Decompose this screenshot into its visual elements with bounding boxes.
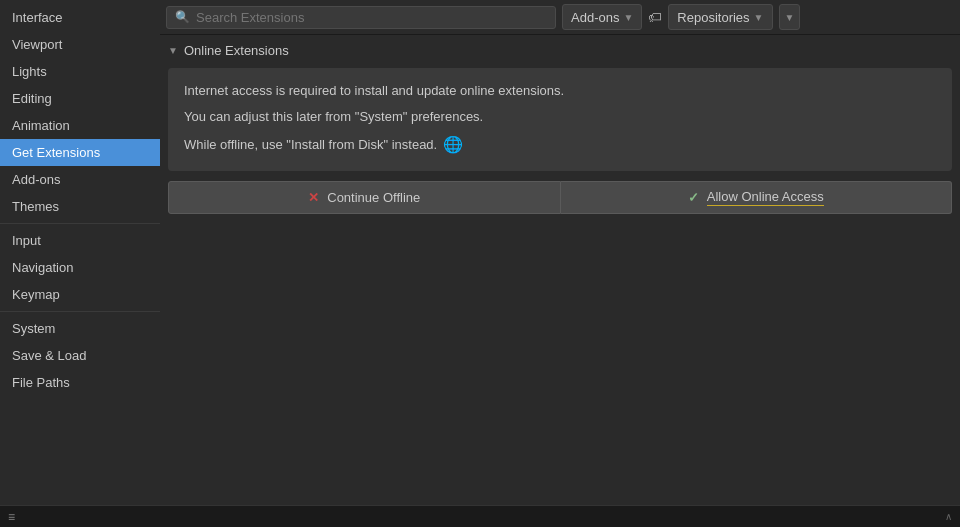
section-collapse-arrow: ▼	[168, 45, 178, 56]
sidebar-item-themes[interactable]: Themes	[0, 193, 160, 220]
repositories-dropdown-label: Repositories	[677, 10, 749, 25]
more-dropdown-arrow: ▼	[785, 12, 795, 23]
sidebar-separator-1	[0, 223, 160, 224]
sidebar-item-viewport[interactable]: Viewport	[0, 31, 160, 58]
addons-dropdown-label: Add-ons	[571, 10, 619, 25]
sidebar-item-editing[interactable]: Editing	[0, 85, 160, 112]
menu-icon[interactable]: ≡	[8, 510, 15, 524]
section-title: Online Extensions	[184, 43, 289, 58]
sidebar-item-interface[interactable]: Interface	[0, 4, 160, 31]
main-content: 🔍 Add-ons ▼ 🏷 Repositories ▼ ▼ ▼ Online …	[160, 0, 960, 527]
sidebar-item-lights[interactable]: Lights	[0, 58, 160, 85]
action-buttons: ✕ Continue Offline ✓ Allow Online Access	[168, 181, 952, 214]
continue-offline-label: Continue Offline	[327, 190, 420, 205]
x-icon: ✕	[308, 190, 319, 205]
info-line-3: While offline, use "Install from Disk" i…	[184, 134, 936, 156]
info-box: Internet access is required to install a…	[168, 68, 952, 171]
sidebar-item-get-extensions[interactable]: Get Extensions	[0, 139, 160, 166]
extensions-section: ▼ Online Extensions Internet access is r…	[160, 35, 960, 222]
check-icon: ✓	[688, 190, 699, 205]
repositories-dropdown-arrow: ▼	[754, 12, 764, 23]
continue-offline-button[interactable]: ✕ Continue Offline	[168, 181, 561, 214]
section-header[interactable]: ▼ Online Extensions	[168, 43, 952, 58]
bottom-bar: ≡ ∧	[0, 505, 960, 527]
addons-dropdown-arrow: ▼	[623, 12, 633, 23]
sidebar-item-animation[interactable]: Animation	[0, 112, 160, 139]
info-line-1: Internet access is required to install a…	[184, 82, 936, 100]
sidebar-item-save-load[interactable]: Save & Load	[0, 342, 160, 369]
search-input[interactable]	[196, 10, 547, 25]
search-icon: 🔍	[175, 10, 190, 24]
sidebar-item-navigation[interactable]: Navigation	[0, 254, 160, 281]
sidebar-item-file-paths[interactable]: File Paths	[0, 369, 160, 396]
repositories-dropdown[interactable]: Repositories ▼	[668, 4, 772, 30]
more-dropdown[interactable]: ▼	[779, 4, 801, 30]
sidebar-item-add-ons[interactable]: Add-ons	[0, 166, 160, 193]
sidebar-item-keymap[interactable]: Keymap	[0, 281, 160, 308]
sidebar: Interface Viewport Lights Editing Animat…	[0, 0, 160, 527]
allow-online-label: Allow Online Access	[707, 189, 824, 206]
top-bar: 🔍 Add-ons ▼ 🏷 Repositories ▼ ▼	[160, 0, 960, 35]
sidebar-item-input[interactable]: Input	[0, 227, 160, 254]
scroll-icon: ∧	[945, 511, 952, 522]
sidebar-item-system[interactable]: System	[0, 315, 160, 342]
globe-icon: 🌐	[443, 134, 463, 156]
search-container[interactable]: 🔍	[166, 6, 556, 29]
tag-icon: 🏷	[648, 9, 662, 25]
allow-online-access-button[interactable]: ✓ Allow Online Access	[561, 181, 953, 214]
addons-dropdown[interactable]: Add-ons ▼	[562, 4, 642, 30]
sidebar-separator-2	[0, 311, 160, 312]
info-line-2: You can adjust this later from "System" …	[184, 108, 936, 126]
